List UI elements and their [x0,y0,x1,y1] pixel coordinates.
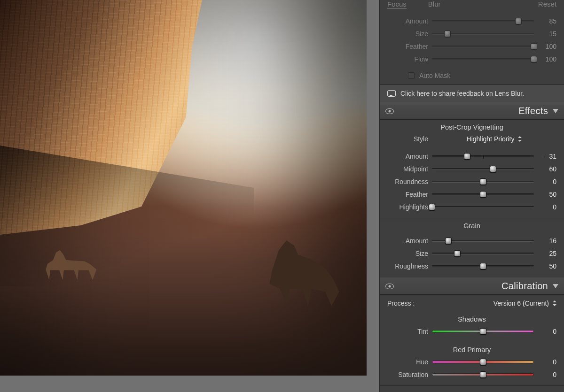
vignette-amount-row: Amount– 31 [387,150,556,162]
calibration-group: Process : Version 6 (Current) Shadows Ti… [380,295,564,386]
red-sat-label: Saturation [387,371,432,378]
updown-icon [553,300,556,306]
vignette-style-dropdown[interactable]: Highlight Priority [432,135,556,143]
grain-sliders: Amount16Size25Roughness50 [380,231,564,277]
grain-size-slider[interactable] [432,250,534,257]
tab-focus[interactable]: Focus [387,0,407,9]
vignette-midpoint-row: Midpoint60 [387,162,556,175]
grain-group: Grain Amount16Size25Roughness50 [380,218,564,277]
grain-roughness-label: Roughness [387,262,432,270]
shadows-tint-slider[interactable] [432,328,534,335]
red-hue-row: Hue 0 [387,355,556,368]
updown-icon [518,136,522,142]
lensblur-feather-row: Feather100 [387,40,556,53]
shadows-tint-row: Tint 0 [387,325,556,338]
eye-icon[interactable] [385,108,394,114]
lens-blur-sliders: Amount85Size15Feather100Flow100 [380,12,564,70]
red-sat-value[interactable]: 0 [534,371,556,378]
shadows-tint-value[interactable]: 0 [534,328,556,335]
lensblur-amount-label: Amount [387,17,432,25]
lensblur-amount-value[interactable]: 85 [534,17,556,25]
grain-roughness-value[interactable]: 50 [534,262,556,270]
vignette-style-value: Highlight Priority [467,135,515,143]
vignette-amount-value[interactable]: – 31 [534,153,556,160]
speech-bubble-icon [387,90,396,97]
vignette-highlights-slider[interactable] [432,204,534,210]
grain-title: Grain [380,218,564,231]
eye-icon[interactable] [385,284,394,289]
grain-amount-slider[interactable] [432,238,534,244]
vignetting-title: Post-Crop Vignetting [380,120,564,133]
vignette-sliders: Amount– 31Midpoint60Roundness0Feather50H… [380,147,564,218]
vignette-feather-label: Feather [387,191,432,198]
red-hue-label: Hue [387,358,432,366]
lensblur-size-label: Size [387,30,432,38]
process-version-dropdown[interactable]: Version 6 (Current) [494,300,556,307]
vignette-midpoint-label: Midpoint [387,165,432,173]
lens-blur-reset[interactable]: Reset [538,0,556,9]
shadows-tint-label: Tint [387,328,432,335]
vignette-amount-slider[interactable] [432,153,534,160]
lensblur-flow-value[interactable]: 100 [534,55,556,63]
grain-size-row: Size25 [387,247,556,260]
preview-camel-2 [263,240,341,306]
lensblur-amount-row: Amount85 [387,15,556,27]
vignette-feather-slider[interactable] [432,191,534,198]
vignette-roundness-label: Roundness [387,178,432,185]
lensblur-feather-slider[interactable] [432,43,534,50]
calibration-title: Calibration [501,281,548,292]
lensblur-flow-slider[interactable] [432,56,534,62]
red-primary-title: Red Primary [380,342,564,355]
grain-size-label: Size [387,250,432,257]
auto-mask-label: Auto Mask [419,72,450,79]
vignette-feather-value[interactable]: 50 [534,191,556,198]
feedback-text: Click here to share feedback on Lens Blu… [400,90,524,97]
vignette-midpoint-slider[interactable] [432,166,534,172]
vignette-midpoint-value[interactable]: 60 [534,165,556,173]
vignette-highlights-label: Highlights [387,203,432,211]
preview-photo [0,0,367,376]
vignette-amount-label: Amount [387,153,432,160]
lens-blur-feedback-link[interactable]: Click here to share feedback on Lens Blu… [380,85,564,102]
lensblur-feather-value[interactable]: 100 [534,43,556,50]
vignetting-group: Post-Crop Vignetting Style Highlight Pri… [380,120,564,218]
vignette-highlights-value[interactable]: 0 [534,203,556,211]
lens-blur-panel: Focus Blur Reset Amount85Size15Feather10… [380,0,564,85]
chevron-down-icon [553,284,558,288]
red-sat-slider[interactable] [432,371,534,378]
lensblur-amount-slider[interactable] [432,18,534,24]
auto-mask-checkbox[interactable]: Auto Mask [408,72,450,84]
process-version-value: Version 6 (Current) [494,300,549,307]
red-sat-row: Saturation 0 [387,368,556,381]
develop-panels: Focus Blur Reset Amount85Size15Feather10… [379,0,564,392]
vignette-highlights-row: Highlights0 [387,200,556,213]
effects-title: Effects [518,106,548,116]
lensblur-size-slider[interactable] [432,31,534,37]
red-hue-value[interactable]: 0 [534,358,556,366]
vignette-style-label: Style [387,135,432,143]
calibration-panel-header[interactable]: Calibration [380,277,564,295]
vignette-roundness-value[interactable]: 0 [534,178,556,185]
preview-cliff-shadow [0,146,254,286]
chevron-down-icon [553,109,558,113]
grain-amount-label: Amount [387,237,432,245]
red-hue-slider[interactable] [432,359,534,365]
grain-amount-row: Amount16 [387,234,556,247]
effects-panel-header[interactable]: Effects [380,102,564,120]
grain-amount-value[interactable]: 16 [534,237,556,245]
vignette-roundness-row: Roundness0 [387,175,556,188]
vignette-roundness-slider[interactable] [432,178,534,185]
lensblur-flow-row: Flow100 [387,53,556,65]
grain-roughness-row: Roughness50 [387,260,556,272]
lensblur-size-row: Size15 [387,27,556,40]
vignette-feather-row: Feather50 [387,188,556,200]
image-preview-pane [0,0,379,392]
grain-roughness-slider[interactable] [432,263,534,269]
tab-blur[interactable]: Blur [428,0,441,9]
lensblur-size-value[interactable]: 15 [534,30,556,38]
grain-size-value[interactable]: 25 [534,250,556,257]
lensblur-flow-label: Flow [387,55,432,63]
shadows-title: Shadows [380,312,564,325]
lensblur-feather-label: Feather [387,43,432,50]
checkbox-box-icon [408,72,415,79]
